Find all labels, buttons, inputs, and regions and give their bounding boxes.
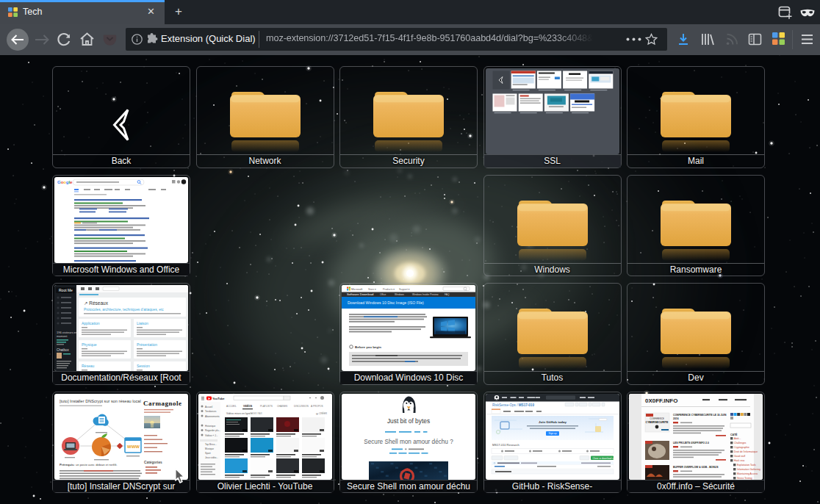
svg-text:CYBERSECURITE: CYBERSECURITE — [646, 420, 669, 423]
svg-text:Office: Office — [380, 293, 386, 296]
svg-text:Secure Shell mon amour déchu ?: Secure Shell mon amour déchu ? — [364, 438, 453, 444]
svg-text:Jeux vidéo...: Jeux vidéo... — [205, 456, 218, 459]
svg-text:moment: moment — [57, 334, 68, 338]
svg-text:Products ▾: Products ▾ — [383, 288, 395, 291]
svg-text:Chatbox: Chatbox — [57, 348, 70, 352]
svg-text:Sport: Sport — [205, 452, 211, 455]
svg-text:Before you begin: Before you begin — [355, 345, 381, 349]
svg-text:Sign up: Sign up — [548, 432, 556, 435]
svg-text:ACCUEIL: ACCUEIL — [226, 405, 237, 408]
svg-text:TRIER PAR: TRIER PAR — [250, 412, 262, 415]
svg-text:Regarder plu...: Regarder plu... — [205, 429, 220, 432]
svg-text:Accueil: Accueil — [205, 405, 213, 408]
svg-text:2016: 2016 — [673, 417, 679, 420]
svg-text:WWW: WWW — [127, 444, 140, 449]
svg-text:Application: Application — [82, 321, 100, 325]
svg-text:Session: Session — [137, 364, 150, 368]
svg-text:Historique: Historique — [205, 424, 216, 427]
svg-text:Asté...: Asté... — [734, 437, 741, 440]
svg-text:▤ CRÉER: ▤ CRÉER — [316, 411, 328, 415]
svg-text:Protocoles, architecture, tech: Protocoles, architecture, techniques d'a… — [84, 308, 164, 312]
svg-text:PLAYLISTS: PLAYLISTS — [260, 405, 273, 408]
svg-text:Physique: Physique — [82, 342, 97, 347]
svg-text:Store ▾: Store ▾ — [368, 288, 376, 291]
svg-text:Abonnements: Abonnements — [205, 414, 220, 417]
svg-text:Vidéos « J...: Vidéos « J... — [205, 433, 218, 436]
svg-text:Prérequis: un poste avec debia: Prérequis: un poste avec debian et netfi… — [60, 463, 118, 467]
svg-text:RiskSense-Ops / MS17-010: RiskSense-Ops / MS17-010 — [492, 403, 534, 406]
svg-text:À PROPOS: À PROPOS — [311, 405, 323, 408]
svg-text:Challenges: Challenges — [734, 442, 747, 444]
svg-text:Root Me: Root Me — [59, 288, 73, 292]
svg-text:Catégories: Catégories — [144, 461, 162, 464]
svg-text:CONFERENCE: CONFERENCE — [650, 417, 664, 420]
svg-text:Maintaining Access: Maintaining Access — [737, 472, 758, 475]
svg-text:BUFFER OVERFLOW & GDB - BONUS: BUFFER OVERFLOW & GDB - BONUS — [673, 466, 719, 469]
svg-text:Exploitation Tools: Exploitation Tools — [737, 464, 756, 467]
svg-text:MS17-010 Research: MS17-010 Research — [492, 443, 519, 447]
svg-text:Support ▾: Support ▾ — [399, 288, 410, 291]
svg-text:Musique: Musique — [205, 447, 214, 450]
svg-text:YouTube: YouTube — [212, 397, 225, 400]
svg-text:LES PROJETS 0X0FF.INFO 2.0: LES PROJETS 0X0FF.INFO 2.0 — [673, 442, 709, 444]
svg-text:DISCUSSION: DISCUSSION — [294, 405, 309, 408]
svg-text:Droit de l'informatique: Droit de l'informatique — [734, 450, 758, 453]
svg-text:Réseau: Réseau — [82, 364, 94, 368]
svg-text:Hack vrac: Hack vrac — [734, 459, 745, 462]
svg-text:Google: Google — [57, 179, 73, 184]
svg-text:CONFERENCE CYBERSECURITE LE 30: CONFERENCE CYBERSECURITE LE 30 JUIN — [673, 414, 727, 417]
svg-text:Just bit of bytes: Just bit of bytes — [387, 417, 430, 425]
svg-text:Good stuff: Good stuff — [734, 455, 745, 458]
svg-text:Information Gathering: Information Gathering — [737, 468, 760, 471]
svg-text:[tuto] Installer DNScrypt sur: [tuto] Installer DNScrypt sur son réseau… — [60, 399, 141, 403]
svg-text:Top Brico...: Top Brico... — [205, 443, 217, 446]
svg-text:Join GitHub today: Join GitHub today — [539, 420, 567, 424]
svg-text:Windows Insider Preview: Windows Insider Preview — [412, 293, 439, 296]
svg-text:Liaison: Liaison — [137, 321, 148, 325]
svg-text:FAQ: FAQ — [445, 293, 450, 296]
svg-text:Cryptographie: Cryptographie — [734, 446, 749, 449]
svg-text:Présentation: Présentation — [137, 342, 157, 347]
svg-text:Download Windows 10 Disc Image: Download Windows 10 Disc Image (ISO File… — [348, 300, 424, 305]
svg-text:CHAÎNES: CHAÎNES — [277, 405, 287, 408]
svg-text:Windows: Windows — [395, 293, 404, 296]
svg-text:Tendances: Tendances — [205, 410, 217, 413]
svg-text:0X0FF.INFO: 0X0FF.INFO — [645, 397, 677, 404]
svg-text:Clone or download ▾: Clone or download ▾ — [592, 456, 614, 459]
svg-text:CATÉ: CATÉ — [730, 433, 738, 436]
svg-text:VIDÉOS: VIDÉOS — [243, 404, 252, 408]
svg-text:↗ Réseaux: ↗ Réseaux — [84, 300, 109, 306]
svg-text:Carmagnole: Carmagnole — [143, 400, 182, 407]
svg-text:Software Download: Software Download — [347, 292, 374, 296]
svg-text:Vidéos mises en ligne ▾: Vidéos mises en ligne ▾ — [226, 412, 253, 415]
svg-text:Microsoft: Microsoft — [351, 288, 363, 291]
